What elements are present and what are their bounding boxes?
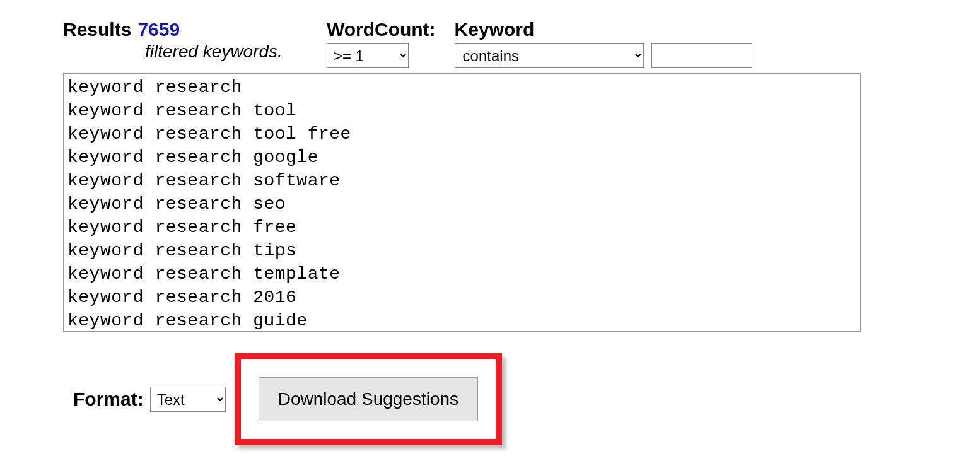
keyword-filter-select[interactable]: contains xyxy=(455,43,644,68)
wordcount-select[interactable]: >= 1 xyxy=(327,43,409,68)
keyword-label: Keyword xyxy=(455,19,752,40)
results-textarea[interactable] xyxy=(63,73,861,332)
filtered-keywords-text: filtered keywords. xyxy=(63,42,283,62)
download-suggestions-button[interactable]: Download Suggestions xyxy=(259,377,478,421)
keyword-filter-input[interactable] xyxy=(651,43,752,68)
download-highlight-box: Download Suggestions xyxy=(235,353,502,445)
wordcount-label: WordCount: xyxy=(327,19,436,40)
format-select[interactable]: Text xyxy=(150,387,226,412)
format-label: Format: xyxy=(73,388,144,410)
results-label: Results xyxy=(63,19,131,40)
results-count: 7659 xyxy=(137,19,180,40)
